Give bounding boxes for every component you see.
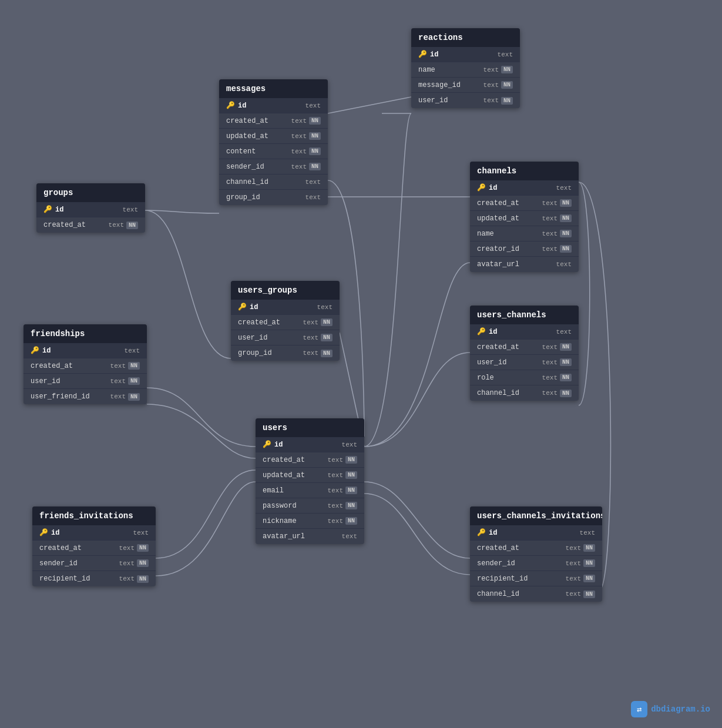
table-row: created_at textNN: [470, 340, 579, 355]
table-row: channel_id text: [219, 175, 328, 190]
table-row: user_id textNN: [231, 330, 340, 345]
table-row: email textNN: [256, 483, 364, 498]
table-row: created_at textNN: [36, 217, 145, 233]
table-users-channels-invitations: users_channels_invitations 🔑id text crea…: [470, 506, 602, 602]
table-row: 🔑id text: [256, 437, 364, 452]
table-groups-header: groups: [36, 183, 145, 202]
table-row: recipient_id textNN: [470, 571, 602, 586]
table-row: updated_at textNN: [470, 211, 579, 226]
table-row: avatar_url text: [470, 257, 579, 272]
table-row: sender_id textNN: [219, 159, 328, 175]
table-friendships: friendships 🔑id text created_at textNN u…: [23, 324, 147, 404]
table-row: 🔑id text: [470, 180, 579, 196]
table-row: 🔑id text: [231, 300, 340, 315]
svg-line-0: [328, 97, 411, 113]
table-channels: channels 🔑id text created_at textNN upda…: [470, 162, 579, 272]
table-row: 🔑id text: [23, 343, 147, 358]
table-row: user_friend_id textNN: [23, 389, 147, 404]
pk-icon: 🔑: [418, 50, 427, 59]
table-reactions-header: reactions: [411, 28, 520, 47]
table-row: created_at textNN: [256, 452, 364, 468]
table-friends-invitations-header: friends_invitations: [32, 506, 156, 525]
table-groups: groups 🔑id text created_at textNN: [36, 183, 145, 233]
table-row: 🔑id text: [470, 525, 602, 541]
table-row: created_at textNN: [470, 196, 579, 211]
table-row: name textNN: [411, 62, 520, 78]
table-messages-header: messages: [219, 79, 328, 98]
table-row: created_at textNN: [32, 541, 156, 556]
watermark: ⇄ dbdiagram.io: [631, 701, 710, 717]
table-users: users 🔑id text created_at textNN updated…: [256, 418, 364, 544]
table-row: 🔑id text: [470, 324, 579, 340]
table-users-header: users: [256, 418, 364, 437]
table-users-groups: users_groups 🔑id text created_at textNN …: [231, 281, 340, 361]
diagram-canvas: reactions 🔑 id text name textNN message_…: [0, 0, 722, 728]
table-row: 🔑id text: [36, 202, 145, 217]
table-row: 🔑id text: [219, 98, 328, 113]
table-row: created_at textNN: [231, 315, 340, 330]
table-messages: messages 🔑id text created_at textNN upda…: [219, 79, 328, 205]
table-row: created_at textNN: [470, 541, 602, 556]
table-row: created_at textNN: [219, 113, 328, 129]
table-users-channels-invitations-header: users_channels_invitations: [470, 506, 602, 525]
table-channels-header: channels: [470, 162, 579, 180]
table-row: updated_at textNN: [256, 468, 364, 483]
table-row: sender_id textNN: [470, 556, 602, 571]
table-row: user_id textNN: [411, 93, 520, 108]
table-users-channels-header: users_channels: [470, 306, 579, 324]
table-row: updated_at textNN: [219, 129, 328, 144]
table-row: group_id text: [219, 190, 328, 205]
table-row: created_at textNN: [23, 358, 147, 374]
table-row: sender_id textNN: [32, 556, 156, 571]
table-row: name textNN: [470, 226, 579, 241]
table-row: message_id textNN: [411, 78, 520, 93]
table-users-groups-header: users_groups: [231, 281, 340, 300]
table-row: user_id textNN: [470, 355, 579, 370]
table-friends-invitations: friends_invitations 🔑id text created_at …: [32, 506, 156, 586]
table-row: nickname textNN: [256, 514, 364, 529]
table-row: avatar_url text: [256, 529, 364, 544]
watermark-text: dbdiagram.io: [651, 704, 710, 714]
table-row: creator_id textNN: [470, 241, 579, 257]
table-row: 🔑id text: [32, 525, 156, 541]
watermark-icon: ⇄: [631, 701, 647, 717]
table-row: content textNN: [219, 144, 328, 159]
table-friendships-header: friendships: [23, 324, 147, 343]
table-row: 🔑 id text: [411, 47, 520, 62]
table-row: channel_id textNN: [470, 385, 579, 401]
table-row: role textNN: [470, 370, 579, 385]
table-row: recipient_id textNN: [32, 571, 156, 586]
table-row: channel_id textNN: [470, 586, 602, 602]
table-row: group_id textNN: [231, 345, 340, 361]
table-users-channels: users_channels 🔑id text created_at textN…: [470, 306, 579, 401]
table-row: password textNN: [256, 498, 364, 514]
table-reactions: reactions 🔑 id text name textNN message_…: [411, 28, 520, 108]
table-row: user_id textNN: [23, 374, 147, 389]
